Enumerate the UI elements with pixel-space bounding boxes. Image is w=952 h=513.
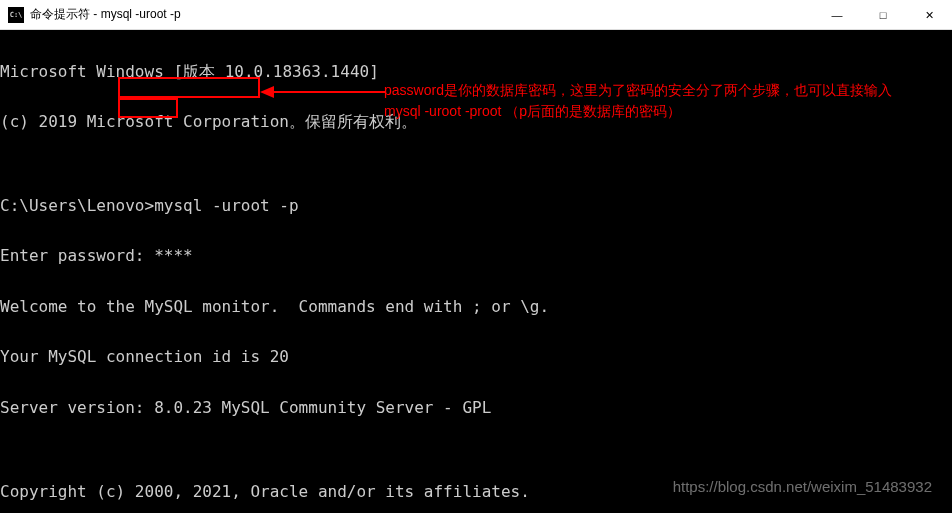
annotation-text-line1: password是你的数据库密码，这里为了密码的安全分了两个步骤，也可以直接输入	[384, 80, 892, 101]
window-title: 命令提示符 - mysql -uroot -p	[30, 6, 181, 23]
cmd-icon: C:\	[8, 7, 24, 23]
svg-marker-1	[260, 86, 274, 98]
terminal-line: Your MySQL connection id is 20	[0, 349, 952, 366]
watermark-text: https://blog.csdn.net/weixim_51483932	[673, 479, 932, 495]
annotation-text: password是你的数据库密码，这里为了密码的安全分了两个步骤，也可以直接输入…	[384, 80, 892, 122]
terminal-body[interactable]: Microsoft Windows [版本 10.0.18363.1440] (…	[0, 30, 952, 513]
maximize-button[interactable]: □	[860, 0, 906, 30]
terminal-line: Server version: 8.0.23 MySQL Community S…	[0, 400, 952, 417]
minimize-button[interactable]: —	[814, 0, 860, 30]
terminal-line: Enter password: ****	[0, 248, 952, 265]
terminal-line: C:\Users\Lenovo>mysql -uroot -p	[0, 198, 952, 215]
terminal-line: Microsoft Windows [版本 10.0.18363.1440]	[0, 64, 952, 81]
window-controls: — □ ✕	[814, 0, 952, 29]
title-bar: C:\ 命令提示符 - mysql -uroot -p — □ ✕	[0, 0, 952, 30]
annotation-text-line2: mysql -uroot -proot （p后面的是数据库的密码）	[384, 101, 892, 122]
close-button[interactable]: ✕	[906, 0, 952, 30]
annotation-arrow	[260, 78, 390, 102]
terminal-line: Welcome to the MySQL monitor. Commands e…	[0, 299, 952, 316]
